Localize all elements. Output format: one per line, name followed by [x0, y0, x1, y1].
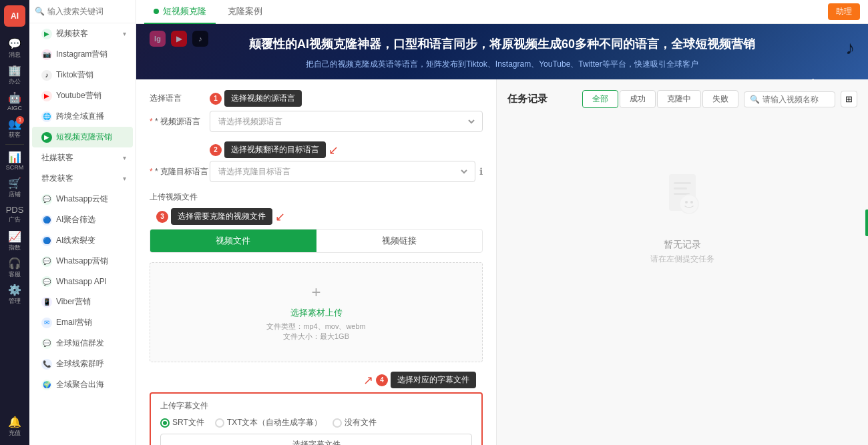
radio-srt[interactable]: SRT文件 [160, 417, 204, 428]
whatsapp-api-icon: 💬 [41, 276, 52, 287]
assistant-button[interactable]: 助理 [828, 3, 860, 20]
step-3-circle: 3 [156, 211, 168, 223]
filter-failed[interactable]: 失败 [702, 90, 738, 108]
sidebar-item-ai-split[interactable]: 🔵 AI线索裂变 [32, 230, 133, 251]
tiktok-right-icon: ♪ [845, 37, 855, 59]
radio-none-dot [333, 418, 342, 428]
svg-rect-2 [674, 187, 687, 189]
form-panel: 选择语言 1 选择视频的源语言 * 视频源语言 [136, 79, 497, 445]
top-tabs: 短视频克隆 克隆案例 助理 [136, 0, 868, 24]
sidebar-item-shortvideo[interactable]: ▶ 短视频克隆营销 [32, 127, 133, 147]
target-lang-select[interactable]: 请选择克隆目标语言 [210, 161, 475, 182]
step-1-bubble: 选择视频的源语言 [224, 90, 302, 107]
sidebar-item-social[interactable]: 社媒获客 ▾ [32, 147, 133, 168]
grid-view-btn[interactable]: ⊞ [841, 91, 857, 107]
info-icon[interactable]: ℹ [479, 166, 483, 177]
empty-text: 暂无记录 [664, 239, 701, 251]
step-4-bubble: 选择对应的字幕文件 [391, 372, 476, 388]
tab-video-link[interactable]: 视频链接 [316, 230, 483, 252]
content-area: 选择语言 1 选择视频的源语言 * 视频源语言 [136, 79, 868, 445]
source-lang-row: * 视频源语言 请选择视频源语言 [150, 111, 483, 132]
task-search-icon: 🔍 [750, 95, 760, 104]
sidebar-item-whatsapp-api[interactable]: 💬 Whatsapp API [32, 272, 133, 292]
target-lang-label: * 克隆目标语言 [150, 166, 210, 177]
sidebar-item-ads[interactable]: PDS广告 [3, 202, 27, 226]
annotation-area-1: 选择语言 1 选择视频的源语言 [150, 90, 483, 107]
filter-cloning[interactable]: 克隆中 [657, 90, 701, 108]
task-controls: 全部 成功 克隆中 失败 🔍 ⊞ [582, 90, 857, 108]
sidebar-item-whatsapp-cloud[interactable]: 💬 Whatsapp云链 [32, 189, 133, 209]
sidebar-item-massacquire[interactable]: 群发获客 ▾ [32, 168, 133, 189]
sidebar-item-video-acquire[interactable]: ▶ 视频获客 ▾ [32, 23, 133, 44]
task-search: 🔍 [744, 91, 835, 107]
video-tabs: 视频文件 视频链接 [150, 229, 483, 253]
right-panel: 任务记录 全部 成功 克隆中 失败 🔍 ⊞ [497, 79, 868, 445]
radio-srt-dot [160, 418, 170, 428]
sidebar-item-phone-group[interactable]: 📞 全球线索群呼 [32, 354, 133, 374]
search-input[interactable] [47, 7, 130, 16]
subtitle-title: 上传字幕文件 [160, 400, 472, 412]
select-subtitle-btn[interactable]: 选择字幕文件 [160, 434, 472, 445]
task-header: 任务记录 全部 成功 克隆中 失败 🔍 ⊞ [507, 90, 857, 108]
upload-area[interactable]: + 选择素材上传 文件类型：mp4、mov、webm 文件大小：最大1GB [150, 262, 483, 362]
annotation-area-2: 2 选择视频翻译的目标语言 ↙ [210, 141, 483, 158]
sidebar-item-shop[interactable]: 🛒店铺 [3, 175, 27, 199]
empty-state: 暂无记录 请在左侧提交任务 [507, 116, 857, 316]
source-lang-select[interactable]: 请选择视频源语言 [210, 111, 483, 132]
tab-dot [154, 9, 159, 14]
sidebar-item-message[interactable]: 💬消息 [3, 36, 27, 60]
sidebar-item-ai-merge[interactable]: 🔵 AI聚合筛选 [32, 209, 133, 230]
email-icon: ✉ [41, 318, 52, 328]
svg-point-4 [680, 195, 698, 213]
app-logo: AI [4, 5, 25, 27]
tab-clone-cases[interactable]: 克隆案例 [218, 0, 272, 24]
platform-icons: Ig ▶ ♪ [150, 31, 208, 47]
filter-success[interactable]: 成功 [620, 90, 656, 108]
second-sidebar: 🔍 ▶ 视频获客 ▾ 📷 Instagram营销 ♪ Tiktok营销 ▶ Yo… [29, 0, 136, 445]
target-lang-dropdown[interactable]: 请选择克隆目标语言 [216, 166, 469, 177]
tab-short-video[interactable]: 短视频克隆 [144, 0, 216, 24]
upload-text: 选择素材上传 [164, 307, 469, 319]
radio-group: SRT文件 TXT文本（自动生成字幕） 没有文件 [160, 417, 472, 428]
sidebar-divider [5, 144, 24, 145]
tiktok-icon: ♪ [41, 70, 52, 81]
task-title: 任务记录 [507, 93, 548, 105]
upload-type: 文件类型：mp4、mov、webm [164, 322, 469, 332]
tab-video-file[interactable]: 视频文件 [150, 230, 316, 252]
sidebar-item-youtube[interactable]: ▶ Youtube营销 [32, 85, 133, 106]
sidebar-item-global-merge[interactable]: 🌍 全域聚合出海 [32, 374, 133, 395]
sidebar-item-manage[interactable]: ⚙️管理 [3, 282, 27, 306]
filter-all[interactable]: 全部 [582, 90, 618, 108]
sidebar-item-scrm[interactable]: 📊SCRM [3, 149, 27, 173]
viber-icon: 📱 [41, 297, 52, 308]
sidebar-item-office[interactable]: 🏢办公 [3, 63, 27, 87]
search-bar: 🔍 [29, 0, 136, 23]
svg-point-6 [690, 201, 693, 203]
social-expand-icon: ▾ [123, 154, 126, 161]
sidebar-item-whatsapp-mkt[interactable]: 💬 Whatsapp营销 [32, 251, 133, 272]
sidebar-item-viber[interactable]: 📱 Viber营销 [32, 292, 133, 312]
radio-txt-dot [215, 418, 224, 428]
mass-expand-icon: ▾ [123, 175, 126, 182]
radio-txt[interactable]: TXT文本（自动生成字幕） [215, 417, 322, 428]
sidebar-item-aigc[interactable]: 🤖AIGC [3, 89, 27, 113]
tiktok-platform-icon: ♪ [192, 31, 208, 47]
sidebar-item-email[interactable]: ✉ Email营销 [32, 312, 133, 333]
task-search-input[interactable] [763, 95, 829, 104]
sidebar-item-acquire[interactable]: 👥1 获客 [3, 116, 27, 140]
source-lang-dropdown[interactable]: 请选择视频源语言 [216, 116, 477, 127]
section-label: 选择语言 [150, 93, 210, 104]
sidebar-item-crossborder[interactable]: 🌐 跨境全域直播 [32, 106, 133, 127]
empty-icon [656, 167, 709, 231]
sidebar-item-recharge[interactable]: 🔔充值 [3, 414, 27, 438]
sidebar-item-instagram[interactable]: 📷 Instagram营销 [32, 44, 133, 65]
sidebar-item-service[interactable]: 🎧客服 [3, 256, 27, 280]
radio-none[interactable]: 没有文件 [333, 417, 377, 428]
youtube-icon: ▶ [41, 91, 52, 101]
ai-split-icon: 🔵 [41, 236, 52, 246]
sidebar-item-sms[interactable]: 💬 全球短信群发 [32, 333, 133, 354]
empty-subtext: 请在左侧提交任务 [650, 254, 714, 265]
sidebar-item-tiktok[interactable]: ♪ Tiktok营销 [32, 65, 133, 85]
sidebar-item-index[interactable]: 📈指数 [3, 229, 27, 253]
whatsapp-mkt-icon: 💬 [41, 256, 52, 267]
